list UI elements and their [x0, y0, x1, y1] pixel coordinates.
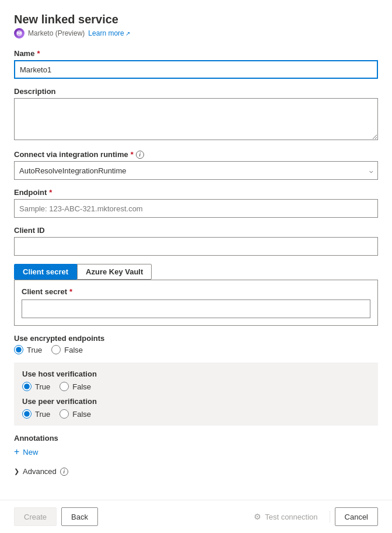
learn-more-link[interactable]: Learn more↗ [88, 29, 130, 37]
advanced-info-icon[interactable]: i [60, 468, 68, 476]
peer-true-label: True [35, 410, 50, 419]
host-verification-label: Use host verification [22, 370, 370, 378]
name-label: Name* [14, 49, 378, 58]
name-input[interactable] [14, 60, 378, 79]
encrypted-true-label: True [27, 346, 42, 354]
endpoint-input[interactable] [14, 199, 378, 218]
test-connection-label: Test connection [265, 513, 317, 521]
runtime-label: Connect via integration runtime* i [14, 150, 378, 159]
encrypted-endpoints-group: Use encrypted endpoints True False [14, 334, 378, 354]
new-annotation-button[interactable]: + New [14, 445, 38, 459]
footer: Create Back ⚙ Test connection Cancel [0, 500, 392, 533]
client-secret-panel: Client secret* [14, 280, 378, 326]
name-required: * [37, 49, 40, 58]
host-verification-radios: True False [22, 382, 370, 391]
runtime-select-wrapper: AutoResolveIntegrationRuntime ⌵ [14, 161, 378, 180]
encrypted-false-radio[interactable] [51, 345, 61, 354]
panel-title: New linked service [14, 12, 378, 27]
peer-true-radio[interactable] [22, 409, 32, 419]
endpoint-field-group: Endpoint* [14, 188, 378, 218]
back-button[interactable]: Back [61, 507, 98, 526]
verification-section: Use host verification True False Use pee… [14, 363, 378, 426]
tab-client-secret[interactable]: Client secret [14, 264, 77, 280]
secret-tabs-group: Client secret Azure Key Vault Client sec… [14, 264, 378, 326]
endpoint-required: * [49, 188, 52, 197]
encrypted-false-label: False [64, 346, 83, 354]
advanced-section[interactable]: ❯ Advanced i [14, 467, 378, 476]
footer-left-actions: Create Back [14, 507, 98, 526]
cancel-button[interactable]: Cancel [335, 507, 378, 526]
encrypted-endpoints-label: Use encrypted endpoints [14, 334, 378, 343]
client-secret-required: * [69, 287, 72, 296]
host-false-label: False [72, 382, 91, 391]
host-verification-group: Use host verification True False [22, 370, 370, 391]
plus-icon: + [14, 447, 19, 457]
peer-false-label: False [72, 410, 91, 419]
peer-true-option[interactable]: True [22, 409, 50, 419]
annotations-section: Annotations + New [14, 434, 378, 459]
client-id-input[interactable] [14, 237, 378, 256]
client-secret-field-label: Client secret* [22, 287, 370, 296]
test-connection-button[interactable]: ⚙ Test connection [247, 507, 324, 526]
host-false-option[interactable]: False [60, 382, 91, 391]
host-false-radio[interactable] [60, 382, 69, 391]
description-label: Description [14, 87, 378, 96]
encrypted-true-option[interactable]: True [14, 345, 42, 354]
footer-right-actions: ⚙ Test connection Cancel [247, 507, 378, 526]
runtime-info-icon[interactable]: i [136, 151, 144, 159]
client-id-label: Client ID [14, 226, 378, 235]
name-field-group: Name* [14, 49, 378, 79]
advanced-label: Advanced [23, 467, 57, 476]
endpoint-label: Endpoint* [14, 188, 378, 197]
client-secret-input[interactable] [22, 299, 370, 318]
description-input[interactable] [14, 98, 378, 140]
host-true-option[interactable]: True [22, 382, 50, 391]
test-connection-icon: ⚙ [254, 512, 261, 521]
create-button[interactable]: Create [14, 507, 57, 526]
peer-verification-label: Use peer verification [22, 397, 370, 406]
peer-verification-group: Use peer verification True False [22, 397, 370, 419]
runtime-field-group: Connect via integration runtime* i AutoR… [14, 150, 378, 180]
marketo-icon [14, 28, 24, 39]
peer-verification-radios: True False [22, 409, 370, 419]
secret-tabs-row: Client secret Azure Key Vault [14, 264, 378, 280]
tab-azure-key-vault[interactable]: Azure Key Vault [77, 264, 152, 280]
runtime-required: * [131, 150, 134, 159]
new-annotation-label: New [23, 448, 38, 457]
external-link-icon: ↗ [125, 30, 130, 37]
encrypted-false-option[interactable]: False [51, 345, 83, 354]
annotations-label: Annotations [14, 434, 378, 443]
host-true-label: True [35, 382, 50, 391]
peer-false-radio[interactable] [60, 409, 69, 419]
peer-false-option[interactable]: False [60, 409, 91, 419]
runtime-select[interactable]: AutoResolveIntegrationRuntime [14, 161, 378, 180]
encrypted-true-radio[interactable] [14, 345, 23, 354]
client-id-field-group: Client ID [14, 226, 378, 256]
chevron-right-icon: ❯ [14, 468, 19, 475]
footer-divider [330, 511, 330, 522]
service-subtitle: Marketo (Preview) [28, 29, 85, 37]
encrypted-endpoints-radios: True False [14, 345, 378, 354]
description-field-group: Description [14, 87, 378, 142]
host-true-radio[interactable] [22, 382, 32, 391]
